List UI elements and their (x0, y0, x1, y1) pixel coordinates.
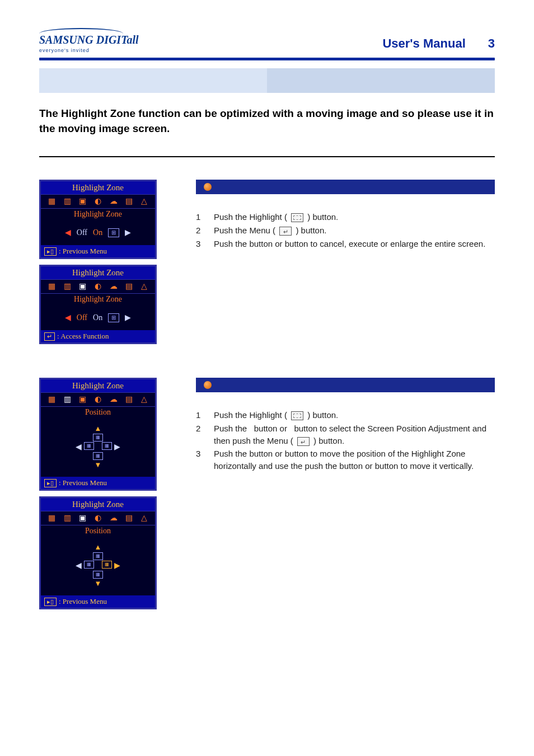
exit-key-icon: ▸▯ (44, 247, 57, 256)
osd-foot-text: : Previous Menu (59, 597, 107, 605)
osd-on-label: On (93, 228, 102, 237)
left-arrow-icon: ◀ (76, 442, 82, 452)
section-highlight-zone: Highlight Zone ▦ ▥ ▣ ◐ ☁ ▤ △ Highlight Z… (39, 180, 495, 350)
step-text: Push the button or button to cancel, exe… (214, 238, 485, 250)
page-header: SAMSUNG DIGITall everyone's invited User… (39, 34, 495, 53)
osd-footer: ▸▯: Previous Menu (41, 595, 155, 608)
osd-foot-text: : Previous Menu (59, 247, 107, 255)
right-arrow-icon: ▶ (125, 228, 131, 237)
highlight-button-icon (291, 411, 303, 420)
logo-arc-decoration (39, 28, 123, 39)
manual-title: User's Manual (382, 36, 465, 51)
osd-icon: ▥ (62, 514, 73, 523)
left-arrow-icon: ◀ (65, 228, 71, 237)
osd-icon: ▤ (123, 514, 134, 523)
down-arrow-icon: ▼ (95, 579, 102, 588)
pos-icon: ▦ (93, 434, 103, 442)
osd-off-label: Off (77, 313, 87, 322)
osd-footer: ▸▯: Previous Menu (41, 245, 155, 257)
step-item: 1 Push the Highlight ( ) button. (196, 409, 495, 421)
osd-icon-row: ▦ ▥ ▣ ◐ ☁ ▤ △ (41, 195, 155, 209)
logo-subtext: everyone's invited (39, 48, 90, 53)
osd-icon: ☁ (108, 395, 119, 404)
page-number: 3 (488, 36, 495, 51)
highlight-button-icon (291, 213, 303, 222)
osd-icon: ◐ (92, 282, 104, 291)
step-text: Push the Menu ( ) button. (214, 224, 326, 237)
step-number: 3 (196, 448, 204, 472)
osd-box-icon: ⊞ (108, 313, 119, 322)
down-arrow-icon: ▼ (95, 461, 102, 469)
osd-subtitle: Position (41, 525, 155, 539)
step-text: Push the Highlight ( ) button. (214, 409, 338, 421)
step-text: Push the button or button to select the … (214, 422, 495, 447)
exit-key-icon: ▸▯ (44, 598, 57, 606)
pos-icon-active: ▦ (102, 561, 112, 569)
step-item: 3 Push the button or button to cancel, e… (196, 238, 495, 250)
enter-key-icon: ↵ (44, 332, 55, 341)
pos-icon: ▦ (84, 442, 94, 450)
osd-title: Highlight Zone (41, 498, 155, 511)
osd-title: Highlight Zone (41, 266, 155, 280)
osd-icon: ◐ (92, 395, 104, 404)
osd-icon: ☁ (108, 282, 119, 291)
section-divider (39, 156, 495, 157)
step-number: 1 (196, 211, 204, 223)
step-number: 2 (196, 422, 204, 447)
osd-icon: ☁ (108, 514, 119, 523)
osd-body: ◀ Off On ⊞ ▶ (41, 222, 155, 245)
osd-icon: ▦ (46, 282, 58, 291)
section-heading-bar (196, 180, 495, 194)
menu-button-icon (279, 227, 292, 236)
osd-icon: ▥ (62, 197, 73, 206)
osd-title: Highlight Zone (41, 379, 155, 393)
step-item: 3 Push the button or button to move the … (196, 448, 495, 472)
step-text: Push the Highlight ( ) button. (214, 211, 338, 223)
osd-panel-pos-1: Highlight Zone ▦ ▥ ▣ ◐ ☁ ▤ △ Position ▲ … (39, 378, 157, 491)
manual-title-block: User's Manual 3 (382, 36, 495, 51)
osd-icon-row: ▦ ▥ ▣ ◐ ☁ ▤ △ (41, 393, 155, 407)
right-arrow-icon: ▶ (114, 561, 120, 570)
menu-button-icon (297, 437, 310, 446)
pos-icon: ▦ (84, 561, 94, 569)
osd-panel-hz-1: Highlight Zone ▦ ▥ ▣ ◐ ☁ ▤ △ Highlight Z… (39, 180, 157, 259)
pos-icon: ▦ (102, 442, 112, 450)
pos-icon: ▦ (93, 452, 103, 460)
osd-panel-hz-2: Highlight Zone ▦ ▥ ▣ ◐ ☁ ▤ △ Highlight Z… (39, 265, 157, 344)
osd-icon: ▣ (77, 514, 88, 523)
osd-off-label: Off (77, 228, 87, 237)
step-number: 1 (196, 409, 204, 421)
tab-left (39, 68, 267, 93)
intro-paragraph: The Highlight Zone function can be optim… (39, 106, 495, 136)
step-number: 2 (196, 224, 204, 237)
osd-foot-text: : Previous Menu (59, 478, 107, 487)
osd-title: Highlight Zone (41, 181, 155, 195)
exit-key-icon: ▸▯ (44, 479, 57, 487)
step-item: 2 Push the Menu ( ) button. (196, 224, 495, 237)
header-divider (39, 58, 495, 60)
osd-icon: ◐ (92, 197, 104, 206)
osd-previews-pos: Highlight Zone ▦ ▥ ▣ ◐ ☁ ▤ △ Position ▲ … (39, 378, 162, 615)
osd-previews-hz: Highlight Zone ▦ ▥ ▣ ◐ ☁ ▤ △ Highlight Z… (39, 180, 162, 350)
osd-icon-row: ▦ ▥ ▣ ◐ ☁ ▤ △ (41, 511, 155, 525)
brand-logo: SAMSUNG DIGITall everyone's invited (39, 34, 139, 53)
instructions-hz: 1 Push the Highlight ( ) button. 2 Push … (196, 180, 495, 350)
up-arrow-icon: ▲ (95, 424, 102, 433)
step-item: 2 Push the button or button to select th… (196, 422, 495, 447)
osd-subtitle: Highlight Zone (41, 294, 155, 307)
bullet-dot-icon (204, 183, 212, 191)
osd-position-body: ▲ ▦ ◀ ▦ ▦ ▶ ▦ ▼ (41, 539, 155, 595)
osd-icon: △ (139, 197, 150, 206)
osd-icon-row: ▦ ▥ ▣ ◐ ☁ ▤ △ (41, 280, 155, 294)
osd-icon: ▤ (123, 282, 134, 291)
osd-position-body: ▲ ▦ ◀ ▦ ▦ ▶ ▦ ▼ (41, 420, 155, 477)
osd-panel-pos-2: Highlight Zone ▦ ▥ ▣ ◐ ☁ ▤ △ Position ▲ … (39, 496, 157, 609)
left-arrow-icon: ◀ (76, 561, 82, 570)
tab-bar (39, 68, 495, 93)
osd-icon: ▥ (62, 282, 73, 291)
osd-on-label: On (93, 313, 102, 322)
osd-icon: ▣ (77, 282, 88, 291)
pos-icon: ▦ (93, 571, 103, 579)
left-arrow-icon: ◀ (65, 313, 71, 322)
steps-list: 1 Push the Highlight ( ) button. 2 Push … (196, 211, 495, 250)
